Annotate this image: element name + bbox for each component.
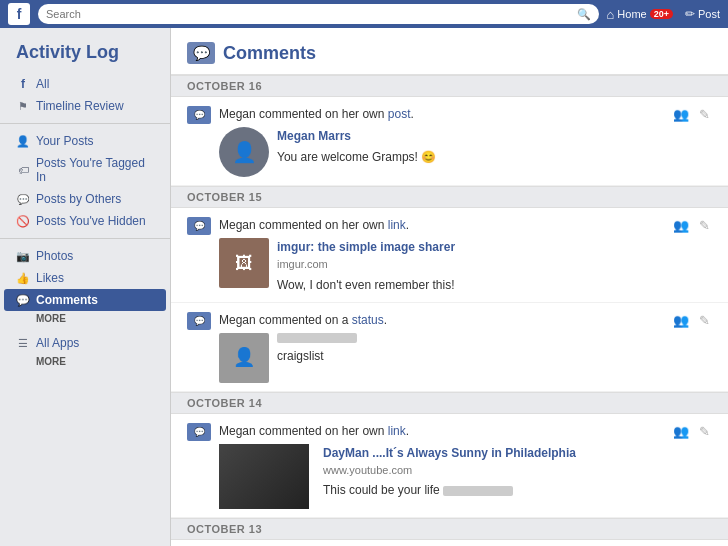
comment-icon: 💬: [16, 294, 30, 307]
activity-preview: 🖼 imgur: the simple image sharer imgur.c…: [219, 238, 663, 294]
blurred-name: [277, 333, 357, 343]
home-badge: 20+: [650, 9, 673, 19]
preview-title: imgur: the simple image sharer: [277, 238, 663, 256]
comments-page-icon: 💬: [187, 42, 215, 64]
sidebar-item-comments[interactable]: 💬 Comments: [4, 289, 166, 311]
main-content: 💬 Comments October 16 💬 Megan commented …: [170, 28, 728, 546]
audience-icon[interactable]: 👥: [671, 105, 691, 124]
sidebar-divider-1: [0, 123, 170, 124]
person-icon: 👤: [16, 135, 30, 148]
sidebar-section-posts: 👤 Your Posts 🏷 Posts You're Tagged In 💬 …: [0, 130, 170, 232]
activity-link[interactable]: status: [352, 313, 384, 327]
activity-text: Megan commented on a status. 👤 craigslis…: [219, 311, 663, 383]
activity-actions: 👥 ✎: [671, 422, 712, 441]
home-link[interactable]: ⌂ Home 20+: [607, 7, 673, 22]
post-link[interactable]: ✏ Post: [685, 7, 720, 21]
activity-preview: 👤 craigslist: [219, 333, 663, 383]
date-header-oct15: October 15: [171, 186, 728, 208]
sidebar-item-photos[interactable]: 📷 Photos: [0, 245, 170, 267]
sidebar-label: All: [36, 77, 49, 91]
sidebar-label: Posts You've Hidden: [36, 214, 146, 228]
activity-item: 💬 Megan commented on a link. n before 10…: [171, 540, 728, 547]
preview-info: Megan Marrs You are welcome Gramps! 😊: [277, 127, 663, 166]
sidebar-item-posts-hidden[interactable]: 🚫 Posts You've Hidden: [0, 210, 170, 232]
sidebar-more-media[interactable]: MORE: [0, 311, 170, 328]
activity-thumb-icon: 💬: [187, 423, 211, 441]
home-icon: ⌂: [607, 7, 615, 22]
sidebar-label: Likes: [36, 271, 64, 285]
preview-avatar: 👤: [219, 333, 269, 383]
video-thumbnail: [219, 444, 309, 509]
activity-link[interactable]: link: [388, 218, 406, 232]
camera-icon: 📷: [16, 250, 30, 263]
preview-comment: Wow, I don't even remember this!: [277, 276, 663, 294]
audience-icon[interactable]: 👥: [671, 216, 691, 235]
activity-actions: 👥 ✎: [671, 105, 712, 124]
preview-info: imgur: the simple image sharer imgur.com…: [277, 238, 663, 294]
blurred-text: [443, 486, 513, 496]
activity-preview: DayMan ....It´s Always Sunny in Philadel…: [219, 444, 663, 509]
hidden-icon: 🚫: [16, 215, 30, 228]
activity-actions: 👥 ✎: [671, 216, 712, 235]
preview-info: craigslist: [277, 333, 663, 365]
sidebar-label: Timeline Review: [36, 99, 124, 113]
sidebar-item-your-posts[interactable]: 👤 Your Posts: [0, 130, 170, 152]
sidebar-item-likes[interactable]: 👍 Likes: [0, 267, 170, 289]
like-icon: 👍: [16, 272, 30, 285]
preview-info: DayMan ....It´s Always Sunny in Philadel…: [317, 444, 663, 500]
sidebar: Activity Log f All ⚑ Timeline Review 👤 Y…: [0, 28, 170, 546]
activity-actions: 👥 ✎: [671, 311, 712, 330]
preview-domain: imgur.com: [277, 256, 663, 273]
activity-thumb-icon: 💬: [187, 312, 211, 330]
sidebar-divider-2: [0, 238, 170, 239]
activity-item: 💬 Megan commented on a status. 👤 craigsl…: [171, 303, 728, 392]
activity-thumb-icon: 💬: [187, 217, 211, 235]
sidebar-section-media: 📷 Photos 👍 Likes 💬 Comments MORE: [0, 245, 170, 328]
main-title: Comments: [223, 43, 316, 64]
preview-comment: This could be your life: [323, 481, 663, 499]
sidebar-item-all-apps[interactable]: ☰ All Apps: [0, 332, 170, 354]
video-bg: [219, 444, 309, 509]
activity-text: Megan commented on her own link. DayMan …: [219, 422, 663, 509]
search-icon: 🔍: [577, 8, 591, 21]
sidebar-item-posts-tagged[interactable]: 🏷 Posts You're Tagged In: [0, 152, 170, 188]
date-header-oct14: October 14: [171, 392, 728, 414]
preview-comment: You are welcome Gramps! 😊: [277, 148, 663, 166]
search-bar[interactable]: 🔍: [38, 4, 599, 24]
flag-icon: ⚑: [16, 100, 30, 113]
activity-link[interactable]: link: [388, 424, 406, 438]
activity-preview: 👤 Megan Marrs You are welcome Gramps! 😊: [219, 127, 663, 177]
grid-icon: ☰: [16, 337, 30, 350]
sidebar-item-timeline-review[interactable]: ⚑ Timeline Review: [0, 95, 170, 117]
topbar-right: ⌂ Home 20+ ✏ Post: [607, 7, 721, 22]
date-header-oct13: October 13: [171, 518, 728, 540]
preview-avatar: 👤: [219, 127, 269, 177]
fb-logo-icon[interactable]: f: [8, 3, 30, 25]
edit-icon[interactable]: ✎: [697, 105, 712, 124]
sidebar-more-apps[interactable]: MORE: [0, 354, 170, 371]
edit-icon[interactable]: ✎: [697, 422, 712, 441]
preview-name: Megan Marrs: [277, 127, 663, 145]
preview-comment: craigslist: [277, 347, 663, 365]
sidebar-label: Posts by Others: [36, 192, 121, 206]
activity-item: 💬 Megan commented on her own link. 🖼 img…: [171, 208, 728, 303]
main-header: 💬 Comments: [171, 28, 728, 75]
sidebar-label: Posts You're Tagged In: [36, 156, 154, 184]
sidebar-item-all[interactable]: f All: [0, 73, 170, 95]
audience-icon[interactable]: 👥: [671, 311, 691, 330]
edit-icon[interactable]: ✎: [697, 216, 712, 235]
tag-icon: 🏷: [16, 164, 30, 176]
search-input[interactable]: [46, 8, 573, 20]
activity-link[interactable]: post: [388, 107, 411, 121]
sidebar-label: All Apps: [36, 336, 79, 350]
topbar: f 🔍 ⌂ Home 20+ ✏ Post: [0, 0, 728, 28]
speech-icon: 💬: [16, 194, 30, 205]
preview-domain: www.youtube.com: [323, 462, 663, 479]
activity-item: 💬 Megan commented on her own post. 👤 Meg…: [171, 97, 728, 186]
audience-icon[interactable]: 👥: [671, 422, 691, 441]
sidebar-item-posts-others[interactable]: 💬 Posts by Others: [0, 188, 170, 210]
sidebar-title: Activity Log: [0, 38, 170, 73]
activity-item: 💬 Megan commented on her own link. DayMa…: [171, 414, 728, 518]
edit-icon[interactable]: ✎: [697, 311, 712, 330]
preview-title: DayMan ....It´s Always Sunny in Philadel…: [323, 444, 663, 462]
